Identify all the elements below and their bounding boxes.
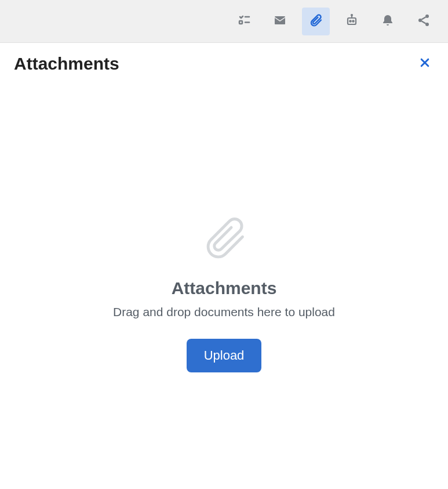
svg-point-10 — [418, 19, 422, 22]
toolbar-tasklist-button[interactable] — [230, 8, 258, 35]
svg-point-8 — [352, 20, 354, 21]
upload-button[interactable]: Upload — [187, 339, 262, 372]
bot-icon — [345, 13, 359, 30]
toolbar-share-button[interactable] — [410, 8, 438, 35]
svg-rect-1 — [239, 21, 242, 24]
empty-state-subtitle: Drag and drop documents here to upload — [113, 305, 335, 319]
toolbar — [0, 0, 448, 43]
envelope-icon — [273, 13, 287, 30]
paperclip-large-icon — [200, 213, 249, 262]
close-button[interactable] — [416, 53, 434, 74]
bell-icon — [381, 13, 395, 30]
close-icon — [419, 57, 431, 71]
paperclip-icon — [309, 13, 323, 30]
toolbar-notifications-button[interactable] — [374, 8, 402, 35]
share-icon — [417, 13, 431, 30]
panel-header: Attachments — [0, 43, 448, 74]
panel-title: Attachments — [14, 54, 119, 74]
svg-point-7 — [349, 20, 351, 21]
tasklist-icon — [237, 13, 251, 30]
toolbar-attachments-button[interactable] — [302, 8, 330, 35]
toolbar-bot-button[interactable] — [338, 8, 366, 35]
svg-rect-4 — [348, 18, 356, 24]
empty-state: Attachments Drag and drop documents here… — [0, 213, 448, 372]
empty-state-title: Attachments — [172, 278, 277, 298]
svg-point-6 — [351, 15, 352, 16]
svg-point-11 — [425, 23, 429, 26]
svg-point-9 — [425, 15, 429, 18]
toolbar-mail-button[interactable] — [266, 8, 294, 35]
